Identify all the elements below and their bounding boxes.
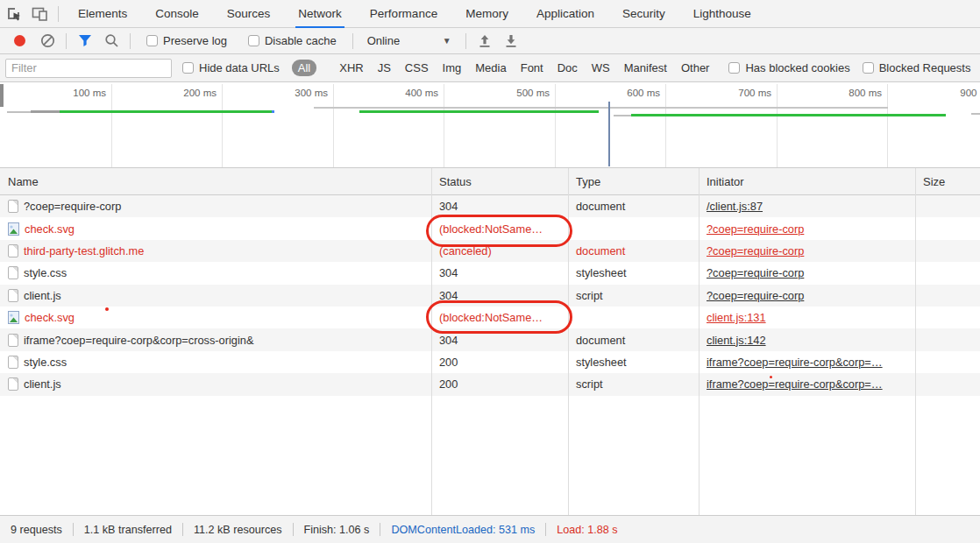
time-tick-label: 600 ms	[595, 88, 660, 98]
filter-funnel-icon[interactable]	[72, 29, 98, 53]
request-initiator[interactable]: iframe?coep=require-corp&corp=…	[707, 377, 883, 391]
filter-chip-js[interactable]: JS	[378, 61, 391, 74]
filter-chip-other[interactable]: Other	[681, 61, 710, 74]
throttling-select[interactable]: Online ▼	[367, 34, 451, 47]
annotation-circle	[426, 215, 572, 247]
request-type: script	[568, 373, 699, 395]
waterfall-bar	[314, 107, 888, 109]
disable-cache-checkbox[interactable]: Disable cache	[248, 34, 337, 47]
tab-elements[interactable]: Elements	[75, 0, 130, 28]
waterfall-bar	[971, 113, 980, 115]
request-initiator[interactable]: ?coep=require-corp	[707, 244, 804, 257]
filter-chip-manifest[interactable]: Manifest	[624, 61, 667, 74]
tab-application[interactable]: Application	[534, 0, 597, 28]
checkbox	[182, 62, 194, 74]
request-initiator[interactable]: client.js:131	[707, 311, 766, 324]
checkbox	[863, 62, 874, 74]
column-header-initiator[interactable]: Initiator	[699, 168, 915, 194]
filter-chip-font[interactable]: Font	[521, 61, 543, 74]
filter-chip-img[interactable]: Img	[443, 61, 462, 74]
import-har-icon[interactable]	[472, 29, 498, 53]
gridline	[444, 84, 444, 167]
gridline	[333, 84, 334, 167]
record-button[interactable]	[14, 35, 25, 46]
inspect-element-icon[interactable]	[0, 2, 26, 26]
column-header-type[interactable]: Type	[568, 168, 699, 194]
disable-cache-label: Disable cache	[265, 34, 337, 47]
chevron-down-icon: ▼	[443, 36, 451, 46]
column-divider[interactable]	[915, 168, 916, 515]
preserve-log-checkbox[interactable]: Preserve log	[146, 34, 227, 47]
time-tick-label: 300 ms	[263, 88, 328, 98]
blocked-requests-checkbox[interactable]: Blocked Requests	[863, 61, 971, 74]
table-header: Name Status Type Initiator Size	[0, 168, 980, 195]
has-blocked-cookies-checkbox[interactable]: Has blocked cookies	[728, 61, 849, 74]
table-row[interactable]: client.js 200 script iframe?coep=require…	[0, 373, 980, 395]
image-icon	[8, 311, 19, 324]
column-header-name[interactable]: Name	[0, 168, 431, 194]
column-header-status[interactable]: Status	[431, 168, 568, 194]
clear-icon[interactable]	[34, 29, 60, 53]
device-toolbar-icon[interactable]	[26, 2, 53, 26]
gridline	[111, 84, 112, 167]
transferred-size: 1.1 kB transferred	[84, 524, 172, 536]
request-initiator[interactable]: ?coep=require-corp	[707, 289, 804, 302]
tab-network[interactable]: Network	[295, 0, 344, 28]
column-divider[interactable]	[699, 168, 699, 515]
document-icon	[8, 356, 18, 369]
timeline-overview[interactable]: 100 ms 200 ms 300 ms 400 ms 500 ms 600 m…	[0, 82, 980, 168]
request-name: style.css	[24, 356, 67, 369]
request-name: third-party-test.glitch.me	[24, 244, 144, 257]
column-header-size[interactable]: Size	[915, 168, 980, 194]
filter-chip-xhr[interactable]: XHR	[339, 61, 363, 74]
overview-resize-handle[interactable]	[0, 84, 4, 107]
document-icon	[8, 266, 18, 279]
request-size	[915, 262, 980, 284]
tab-performance[interactable]: Performance	[367, 0, 440, 28]
tab-sources[interactable]: Sources	[224, 0, 273, 28]
filter-chip-doc[interactable]: Doc	[557, 61, 578, 74]
request-initiator[interactable]: ?coep=require-corp	[707, 222, 804, 236]
image-icon	[8, 222, 19, 236]
request-initiator[interactable]: client.js:142	[707, 334, 766, 347]
time-tick-label: 500 ms	[485, 88, 550, 98]
filter-chip-media[interactable]: Media	[475, 61, 506, 74]
checkbox	[728, 62, 740, 74]
tab-console[interactable]: Console	[153, 0, 202, 28]
search-icon[interactable]	[98, 29, 124, 53]
table-row[interactable]: style.css 200 stylesheet iframe?coep=req…	[0, 351, 980, 373]
tab-security[interactable]: Security	[620, 0, 668, 28]
filter-input[interactable]	[5, 59, 172, 78]
request-type: stylesheet	[568, 262, 699, 284]
preserve-log-label: Preserve log	[163, 34, 227, 47]
request-initiator[interactable]: iframe?coep=require-corp&corp=…	[707, 356, 883, 369]
gridline	[777, 84, 778, 167]
divider	[58, 6, 59, 22]
network-summary-bar: 9 requests 1.1 kB transferred 11.2 kB re…	[0, 515, 980, 543]
table-row[interactable]: style.css 304 stylesheet ?coep=require-c…	[0, 262, 980, 284]
load-time: Load: 1.88 s	[557, 524, 617, 536]
waterfall-bar	[631, 114, 946, 116]
filter-chip-ws[interactable]: WS	[592, 61, 610, 74]
filter-chip-css[interactable]: CSS	[405, 61, 429, 74]
request-initiator[interactable]: ?coep=require-corp	[707, 266, 804, 279]
has-blocked-cookies-label: Has blocked cookies	[745, 61, 849, 74]
time-tick-label: 200 ms	[152, 88, 217, 98]
tab-lighthouse[interactable]: Lighthouse	[691, 0, 754, 28]
tab-memory[interactable]: Memory	[463, 0, 511, 28]
network-toolbar: Preserve log Disable cache Online ▼	[0, 28, 980, 54]
request-size	[915, 195, 980, 217]
request-initiator[interactable]: /client.js:87	[707, 200, 763, 213]
request-size	[915, 328, 980, 350]
document-icon	[8, 334, 18, 347]
request-type	[568, 307, 699, 328]
filter-chip-all[interactable]: All	[292, 60, 316, 76]
devtools-tab-bar: Elements Console Sources Network Perform…	[0, 0, 980, 28]
gridline	[222, 84, 223, 167]
hide-data-urls-checkbox[interactable]: Hide data URLs	[182, 61, 280, 74]
annotation-dot	[770, 376, 772, 378]
export-har-icon[interactable]	[498, 29, 524, 53]
request-size	[915, 217, 980, 239]
request-size	[915, 351, 980, 373]
divider	[465, 33, 466, 49]
